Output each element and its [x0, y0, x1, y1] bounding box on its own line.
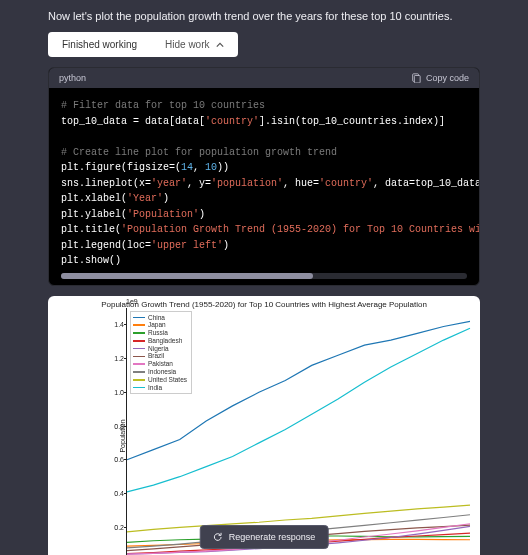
ytick-label: 0.4: [114, 490, 124, 497]
code-block: python Copy code # Filter data for top 1…: [48, 67, 480, 286]
legend-item: Japan: [133, 321, 187, 329]
legend-item: Russia: [133, 329, 187, 337]
legend-label: United States: [148, 376, 187, 384]
legend-swatch: [133, 324, 145, 326]
legend-label: Russia: [148, 329, 168, 337]
ytick-label: 0.6: [114, 456, 124, 463]
legend-item: Bangladesh: [133, 337, 187, 345]
ytick-label: 1.0: [114, 388, 124, 395]
legend-label: Japan: [148, 321, 166, 329]
regenerate-label: Regenerate response: [229, 532, 316, 542]
copy-code-label: Copy code: [426, 73, 469, 83]
clipboard-icon: [411, 73, 421, 83]
legend-swatch: [133, 348, 145, 350]
chart-legend: ChinaJapanRussiaBangladeshNigeriaBrazilP…: [130, 311, 192, 395]
legend-label: China: [148, 314, 165, 322]
ytick-label: 0.8: [114, 422, 124, 429]
chart-output: 1e9 Population Growth Trend (1955-2020) …: [48, 296, 480, 556]
legend-swatch: [133, 371, 145, 373]
code-horizontal-scrollbar[interactable]: [61, 273, 467, 279]
legend-label: Pakistan: [148, 360, 173, 368]
legend-swatch: [133, 317, 145, 319]
legend-label: India: [148, 384, 162, 392]
work-status-label: Finished working: [62, 39, 137, 50]
legend-item: Pakistan: [133, 360, 187, 368]
chart-axes: ChinaJapanRussiaBangladeshNigeriaBrazilP…: [126, 308, 470, 556]
legend-label: Bangladesh: [148, 337, 182, 345]
legend-item: India: [133, 384, 187, 392]
chevron-up-icon: [216, 41, 224, 49]
legend-item: United States: [133, 376, 187, 384]
legend-swatch: [133, 356, 145, 358]
legend-item: Nigeria: [133, 345, 187, 353]
refresh-icon: [213, 532, 223, 542]
legend-item: China: [133, 314, 187, 322]
work-toggle-button[interactable]: Finished working Hide work: [48, 32, 238, 57]
legend-label: Brazil: [148, 352, 164, 360]
svg-rect-1: [414, 76, 420, 84]
legend-item: Indonesia: [133, 368, 187, 376]
legend-label: Nigeria: [148, 345, 169, 353]
legend-swatch: [133, 363, 145, 365]
scrollbar-thumb[interactable]: [61, 273, 313, 279]
legend-label: Indonesia: [148, 368, 176, 376]
regenerate-response-button[interactable]: Regenerate response: [200, 525, 329, 549]
intro-text: Now let's plot the population growth tre…: [48, 10, 480, 22]
legend-item: Brazil: [133, 352, 187, 360]
hide-work-label: Hide work: [165, 39, 209, 50]
ytick-label: 1.4: [114, 321, 124, 328]
code-header: python Copy code: [49, 68, 479, 88]
copy-code-button[interactable]: Copy code: [411, 73, 469, 83]
legend-swatch: [133, 332, 145, 334]
ytick-label: 0.2: [114, 523, 124, 530]
ytick-label: 1.2: [114, 355, 124, 362]
legend-swatch: [133, 387, 145, 389]
chart-exponent: 1e9: [126, 298, 138, 305]
legend-swatch: [133, 340, 145, 342]
code-language-label: python: [59, 73, 86, 83]
code-body: # Filter data for top 10 countries top_1…: [49, 88, 479, 285]
legend-swatch: [133, 379, 145, 381]
